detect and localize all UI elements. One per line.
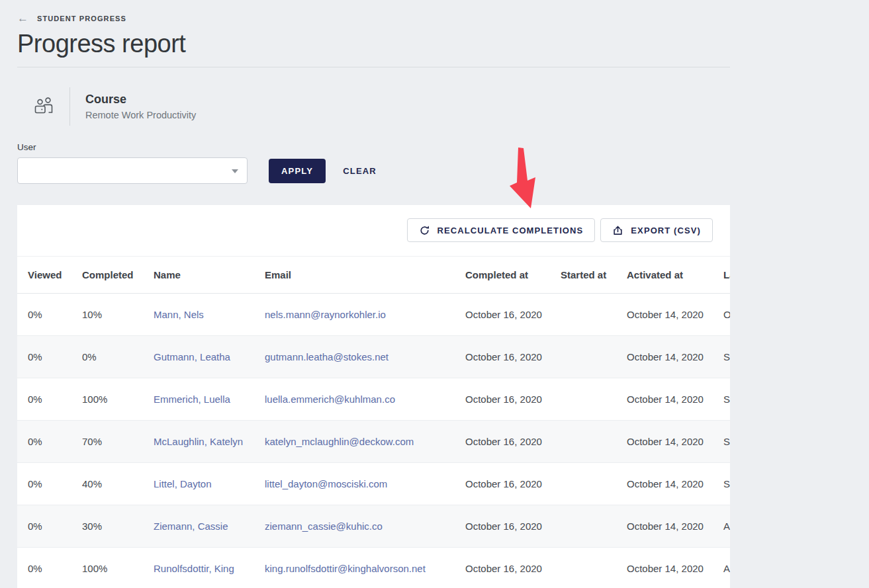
people-icon [33,97,54,116]
student-name-link[interactable]: Littel, Dayton [154,478,212,489]
recalculate-completions-label: RECALCULATE COMPLETIONS [437,226,584,235]
completed-cell: 40% [71,463,143,505]
completed-cell: 70% [71,421,143,463]
activated-at-cell: October 14, 2020 [616,463,713,505]
email-cell: nels.mann@raynorkohler.io [254,294,455,336]
activated-at-cell: October 14, 2020 [616,548,713,588]
completed-at-cell: October 16, 2020 [455,294,550,336]
apply-button[interactable]: APPLY [269,159,326,183]
completed-at-cell: October 16, 2020 [455,548,550,588]
export-csv-button[interactable]: EXPORT (CSV) [600,218,713,242]
breadcrumb: ← STUDENT PROGRESS [17,0,730,24]
column-header-email: Email [254,257,455,294]
last-activity-cell: Au [713,548,730,588]
name-cell: Emmerich, Luella [143,378,254,421]
completed-cell: 100% [71,378,143,421]
completed-cell: 0% [71,336,143,378]
student-name-link[interactable]: Gutmann, Leatha [154,351,230,362]
column-header-name: Name [143,257,254,294]
completed-cell: 30% [71,505,143,548]
completed-at-cell: October 16, 2020 [455,336,550,378]
chevron-down-icon [232,169,238,173]
page: ← STUDENT PROGRESS Progress report Cours… [0,0,869,588]
student-email-link[interactable]: ziemann_cassie@kuhic.co [265,521,383,532]
recalculate-completions-button[interactable]: RECALCULATE COMPLETIONS [407,218,596,242]
column-header-last-activity: La [713,257,730,294]
name-cell: McLaughlin, Katelyn [143,421,254,463]
student-name-link[interactable]: Emmerich, Luella [154,394,230,405]
student-email-link[interactable]: nels.mann@raynorkohler.io [265,309,386,320]
title-divider [17,67,730,67]
started-at-cell [550,505,616,548]
started-at-cell [550,421,616,463]
breadcrumb-label: STUDENT PROGRESS [37,15,126,22]
viewed-cell: 0% [17,463,71,505]
page-title: Progress report [17,30,730,58]
student-email-link[interactable]: king.runolfsdottir@kinghalvorson.net [265,563,426,574]
student-name-link[interactable]: Ziemann, Cassie [154,521,228,532]
column-header-completed: Completed [71,257,143,294]
viewed-cell: 0% [17,336,71,378]
email-cell: luella.emmerich@kuhlman.co [254,378,455,421]
column-header-activated-at: Activated at [616,257,713,294]
table-row: 0% 100% Emmerich, Luella luella.emmerich… [17,378,730,421]
upload-icon [612,225,623,236]
activated-at-cell: October 14, 2020 [616,421,713,463]
started-at-cell [550,548,616,588]
activated-at-cell: October 14, 2020 [616,294,713,336]
refresh-icon [419,225,430,236]
student-email-link[interactable]: littel_dayton@mosciski.com [265,478,387,489]
course-summary: Course Remote Work Productivity [17,87,730,126]
activated-at-cell: October 14, 2020 [616,505,713,548]
table-row: 0% 0% Gutmann, Leatha gutmann.leatha@sto… [17,336,730,378]
name-cell: Gutmann, Leatha [143,336,254,378]
course-divider [69,87,70,126]
report-card: RECALCULATE COMPLETIONS EXPORT (CSV) [17,205,730,588]
last-activity-cell: Se [713,378,730,421]
student-email-link[interactable]: luella.emmerich@kuhlman.co [265,394,395,405]
table-row: 0% 100% Runolfsdottir, King king.runolfs… [17,548,730,588]
started-at-cell [550,378,616,421]
name-cell: Ziemann, Cassie [143,505,254,548]
back-arrow-icon[interactable]: ← [17,13,28,24]
last-activity-cell: Se [713,336,730,378]
name-cell: Runolfsdottir, King [143,548,254,588]
user-label: User [17,142,730,152]
started-at-cell [550,463,616,505]
student-name-link[interactable]: Mann, Nels [154,309,204,320]
progress-table: Viewed Completed Name Email Completed at… [17,256,730,588]
activated-at-cell: October 14, 2020 [616,378,713,421]
clear-button[interactable]: CLEAR [343,159,377,183]
table-row: 0% 40% Littel, Dayton littel_dayton@mosc… [17,463,730,505]
email-cell: littel_dayton@mosciski.com [254,463,455,505]
viewed-cell: 0% [17,505,71,548]
student-name-link[interactable]: Runolfsdottir, King [154,563,234,574]
viewed-cell: 0% [17,421,71,463]
table-row: 0% 70% McLaughlin, Katelyn katelyn_mclau… [17,421,730,463]
last-activity-cell: Se [713,421,730,463]
course-name: Remote Work Productivity [85,110,196,120]
email-cell: katelyn_mclaughlin@deckow.com [254,421,455,463]
last-activity-cell: Se [713,463,730,505]
completed-at-cell: October 16, 2020 [455,378,550,421]
viewed-cell: 0% [17,548,71,588]
name-cell: Littel, Dayton [143,463,254,505]
table-row: 0% 30% Ziemann, Cassie ziemann_cassie@ku… [17,505,730,548]
activated-at-cell: October 14, 2020 [616,336,713,378]
completed-at-cell: October 16, 2020 [455,505,550,548]
started-at-cell [550,294,616,336]
viewed-cell: 0% [17,378,71,421]
user-select[interactable] [17,157,248,184]
completed-cell: 100% [71,548,143,588]
student-email-link[interactable]: katelyn_mclaughlin@deckow.com [265,436,414,447]
email-cell: gutmann.leatha@stokes.net [254,336,455,378]
column-header-completed-at: Completed at [455,257,550,294]
student-email-link[interactable]: gutmann.leatha@stokes.net [265,351,389,362]
course-label: Course [85,93,196,106]
column-header-started-at: Started at [550,257,616,294]
email-cell: ziemann_cassie@kuhic.co [254,505,455,548]
student-name-link[interactable]: McLaughlin, Katelyn [154,436,243,447]
viewed-cell: 0% [17,294,71,336]
table-toolbar: RECALCULATE COMPLETIONS EXPORT (CSV) [17,205,730,256]
completed-cell: 10% [71,294,143,336]
